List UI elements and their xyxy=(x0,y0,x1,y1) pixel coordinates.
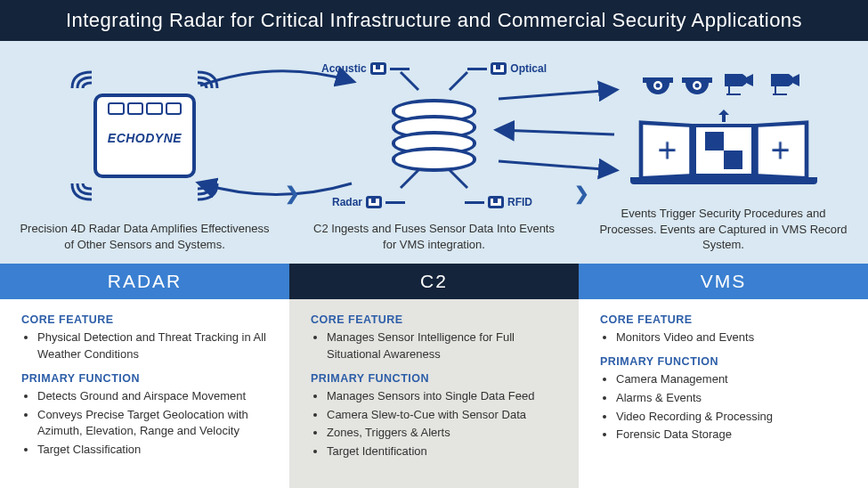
vms-info-column: VMS CORE FEATURE Monitors Video and Even… xyxy=(579,264,868,488)
radar-info-header: RADAR xyxy=(0,264,289,299)
chevron-icon: ❯ xyxy=(574,183,589,204)
dome-camera-icon xyxy=(641,72,675,101)
list-item: Monitors Video and Events xyxy=(616,329,847,346)
list-item: Zones, Triggers & Alerts xyxy=(327,425,557,442)
svg-point-1 xyxy=(655,83,660,87)
list-item: Alarms & Events xyxy=(616,390,847,407)
vms-caption: Events Trigger Security Procedures and P… xyxy=(586,206,861,264)
list-item: Camera Management xyxy=(616,371,847,388)
primary-function-label: PRIMARY FUNCTION xyxy=(311,372,557,385)
vms-core-list: Monitors Video and Events xyxy=(600,329,847,346)
sensor-rfid: RFID xyxy=(465,196,532,208)
radar-column: ECHODYNE Precision 4D Radar Data Amplifi… xyxy=(0,41,289,264)
list-item: Camera Slew-to-Cue with Sensor Data xyxy=(327,407,557,424)
primary-function-label: PRIMARY FUNCTION xyxy=(600,355,847,368)
c2-func-list: Manages Sensors into Single Data FeedCam… xyxy=(311,388,557,460)
list-item: Conveys Precise Target Geolocation with … xyxy=(37,407,268,441)
c2-info-header: C2 xyxy=(289,264,579,299)
database-icon xyxy=(392,99,476,172)
c2-column: Acoustic Optical Radar RFID C2 Ingests a… xyxy=(289,41,579,264)
vms-column: + + Events Trigger Security Procedures a… xyxy=(579,41,868,264)
bottom-columns: RADAR CORE FEATURE Physical Detection an… xyxy=(0,264,868,488)
camera-row xyxy=(641,72,807,101)
radar-device-icon: ECHODYNE xyxy=(93,94,196,178)
svg-point-3 xyxy=(694,83,699,87)
diagram-area: ECHODYNE Precision 4D Radar Data Amplifi… xyxy=(0,41,868,264)
radar-brand-label: ECHODYNE xyxy=(108,131,182,145)
list-item: Manages Sensors into Single Data Feed xyxy=(327,388,557,405)
sensor-optical: Optical xyxy=(467,62,547,75)
list-item: Detects Ground and Airspace Movement xyxy=(37,388,268,405)
c2-core-list: Manages Sensor Intelligence for Full Sit… xyxy=(311,329,557,363)
dome-camera-icon xyxy=(680,72,714,101)
list-item: Forensic Data Storage xyxy=(616,427,847,443)
sensor-radar: Radar xyxy=(332,196,405,208)
radar-func-list: Detects Ground and Airspace MovementConv… xyxy=(21,388,268,459)
core-feature-label: CORE FEATURE xyxy=(600,313,847,326)
chevron-icon: ❯ xyxy=(285,183,300,204)
monitor-array-icon: + + xyxy=(641,124,807,177)
vms-info-header: VMS xyxy=(579,264,868,299)
list-item: Target Classification xyxy=(37,442,268,459)
core-feature-label: CORE FEATURE xyxy=(311,313,557,326)
radar-caption: Precision 4D Radar Data Amplifies Effect… xyxy=(7,221,282,264)
core-feature-label: CORE FEATURE xyxy=(21,313,268,326)
c2-info-column: C2 CORE FEATURE Manages Sensor Intellige… xyxy=(289,264,579,488)
vms-func-list: Camera ManagementAlarms & EventsVideo Re… xyxy=(600,371,847,443)
box-camera-icon xyxy=(766,72,807,97)
sensor-acoustic: Acoustic xyxy=(321,62,410,75)
list-item: Target Identification xyxy=(327,443,557,460)
radar-info-column: RADAR CORE FEATURE Physical Detection an… xyxy=(0,264,289,488)
box-camera-icon xyxy=(719,72,760,97)
list-item: Video Recording & Processing xyxy=(616,409,847,426)
radar-core-list: Physical Detection and Threat Tracking i… xyxy=(21,329,268,363)
c2-caption: C2 Ingests and Fuses Sensor Data Into Ev… xyxy=(296,221,572,264)
list-item: Physical Detection and Threat Tracking i… xyxy=(37,329,268,363)
primary-function-label: PRIMARY FUNCTION xyxy=(21,372,268,385)
up-arrow-icon xyxy=(715,108,733,124)
page-title: Integrating Radar for Critical Infrastru… xyxy=(0,0,868,41)
list-item: Manages Sensor Intelligence for Full Sit… xyxy=(327,329,557,363)
